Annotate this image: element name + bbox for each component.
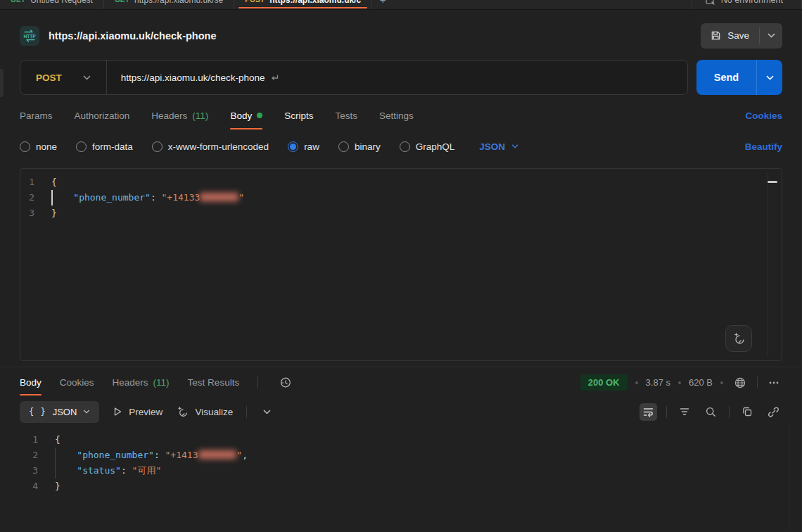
tab-label: https://api.xiaomu.uk/se xyxy=(134,0,223,5)
editor-scrollbar-thumb[interactable] xyxy=(768,181,777,183)
code-line[interactable]: 3} xyxy=(20,205,782,221)
request-method-label: POST xyxy=(245,0,265,4)
tab-scripts[interactable]: Scripts xyxy=(284,99,313,132)
response-more-button[interactable] xyxy=(765,374,782,391)
redacted-text xyxy=(198,450,237,459)
search-icon xyxy=(705,406,717,418)
chevron-down-icon xyxy=(766,75,774,80)
tab-label: Authorization xyxy=(75,110,130,121)
body-type-binary[interactable]: binary xyxy=(338,141,381,152)
code-token: "phone_number" xyxy=(77,450,154,460)
radio-icon xyxy=(20,141,30,152)
copy-icon xyxy=(741,406,753,417)
network-info-button[interactable] xyxy=(731,374,749,392)
save-options-button[interactable] xyxy=(760,23,782,49)
tab-count: (11) xyxy=(192,110,208,121)
radio-label: raw xyxy=(304,141,319,152)
workspace-tab[interactable]: GETUntitled Request xyxy=(0,0,104,10)
response-meta: 200 OK 3.87 s 620 B xyxy=(580,374,782,392)
play-icon xyxy=(113,407,122,417)
send-split-button: Send xyxy=(696,60,782,95)
copy-response-button[interactable] xyxy=(739,403,756,420)
radio-label: none xyxy=(36,141,57,152)
chevron-down-icon xyxy=(511,144,518,148)
visualize-options-button[interactable] xyxy=(260,407,274,417)
raw-language-select[interactable]: JSON xyxy=(479,141,518,152)
tab-params[interactable]: Params xyxy=(20,99,53,132)
request-body-editor[interactable]: 1{2 "phone_number": "+14133"3} xyxy=(20,168,782,361)
search-response-button[interactable] xyxy=(702,403,720,421)
url-input[interactable]: https://api.xiaomu.uk/check-phone xyxy=(107,72,279,83)
method-selector[interactable]: POST xyxy=(20,61,91,94)
divider xyxy=(666,406,667,418)
wrap-lines-button[interactable] xyxy=(639,403,657,421)
postbot-sparkle-icon xyxy=(732,331,746,346)
globe-icon xyxy=(734,376,746,389)
body-type-form-data[interactable]: form-data xyxy=(76,141,133,152)
code-content: "status": "可用" xyxy=(55,463,161,479)
tab-label: Untitled Request xyxy=(30,0,93,5)
share-link-button[interactable] xyxy=(765,403,782,421)
body-type-raw[interactable]: raw xyxy=(288,141,319,152)
workspace-tab[interactable]: GEThttps://api.xiaomu.uk/se xyxy=(104,0,234,10)
code-content: { xyxy=(55,432,61,448)
visualize-button[interactable]: Visualize xyxy=(176,405,233,418)
response-format-select[interactable]: { } JSON xyxy=(20,401,99,423)
body-type-x-www-form-urlencoded[interactable]: x-www-form-urlencoded xyxy=(152,141,269,152)
code-token: : xyxy=(151,192,162,203)
code-line[interactable]: 2 "phone_number": "+1413", xyxy=(20,448,802,463)
beautify-link[interactable]: Beautify xyxy=(745,141,782,152)
body-type-graphql[interactable]: GraphQL xyxy=(400,141,455,152)
response-tab-body[interactable]: Body xyxy=(20,367,42,398)
tab-body[interactable]: Body xyxy=(230,99,262,132)
dot-separator xyxy=(678,381,681,384)
divider xyxy=(757,376,758,388)
send-options-button[interactable] xyxy=(756,60,782,95)
code-line[interactable]: 1{ xyxy=(20,432,802,448)
line-number: 3 xyxy=(20,205,51,221)
save-label: Save xyxy=(727,30,749,41)
code-content: } xyxy=(55,479,61,494)
url-bar: POST https://api.xiaomu.uk/check-phone S… xyxy=(0,60,802,95)
filter-button[interactable] xyxy=(676,403,693,420)
send-button[interactable]: Send xyxy=(696,60,756,95)
response-tab-headers[interactable]: Headers(11) xyxy=(113,367,170,398)
dot-separator xyxy=(720,381,723,384)
tab-strip: GETUntitled RequestGEThttps://api.xiaomu… xyxy=(0,0,802,10)
response-tab-test-results[interactable]: Test Results xyxy=(188,367,240,398)
code-line[interactable]: 1{ xyxy=(20,175,782,190)
chevron-down-icon xyxy=(83,410,90,414)
editor-scrollbar-track[interactable] xyxy=(768,173,768,356)
line-number: 1 xyxy=(20,432,55,448)
tab-authorization[interactable]: Authorization xyxy=(75,99,130,132)
code-token: "+1413 xyxy=(165,450,198,460)
tab-tests[interactable]: Tests xyxy=(335,99,357,132)
cookies-link[interactable]: Cookies xyxy=(745,110,782,121)
postbot-button[interactable] xyxy=(725,325,752,352)
sidebar-collapsed-edge[interactable] xyxy=(0,69,4,97)
tab-label: Test Results xyxy=(188,377,240,388)
code-token: : xyxy=(121,465,132,476)
code-line[interactable]: 2 "phone_number": "+14133" xyxy=(20,190,782,205)
tab-settings[interactable]: Settings xyxy=(379,99,414,132)
tab-headers[interactable]: Headers(11) xyxy=(151,99,208,132)
return-key-icon xyxy=(270,74,279,82)
code-token: "+14133 xyxy=(162,192,200,203)
response-body-viewer[interactable]: 1{2 "phone_number": "+1413",3 "status": … xyxy=(0,426,802,528)
history-clock-icon xyxy=(279,376,292,389)
code-line[interactable]: 3 "status": "可用" xyxy=(20,463,802,479)
new-tab-button[interactable]: + xyxy=(372,0,393,10)
workspace-tab[interactable]: POSThttps://api.xiaomu.uk/c xyxy=(234,0,372,10)
divider xyxy=(257,376,258,388)
save-split-button: Save xyxy=(701,23,782,49)
save-button[interactable]: Save xyxy=(701,23,759,49)
body-type-none[interactable]: none xyxy=(20,141,57,152)
code-line[interactable]: 4} xyxy=(20,479,802,494)
radio-label: x-www-form-urlencoded xyxy=(168,141,269,152)
response-tab-cookies[interactable]: Cookies xyxy=(60,367,94,398)
environment-selector[interactable]: No environment xyxy=(692,0,802,10)
preview-button[interactable]: Preview xyxy=(113,407,163,417)
code-content: "phone_number": "+14133" xyxy=(51,190,244,205)
response-scrollbar-track[interactable] xyxy=(789,426,789,529)
response-history-button[interactable] xyxy=(276,374,295,392)
